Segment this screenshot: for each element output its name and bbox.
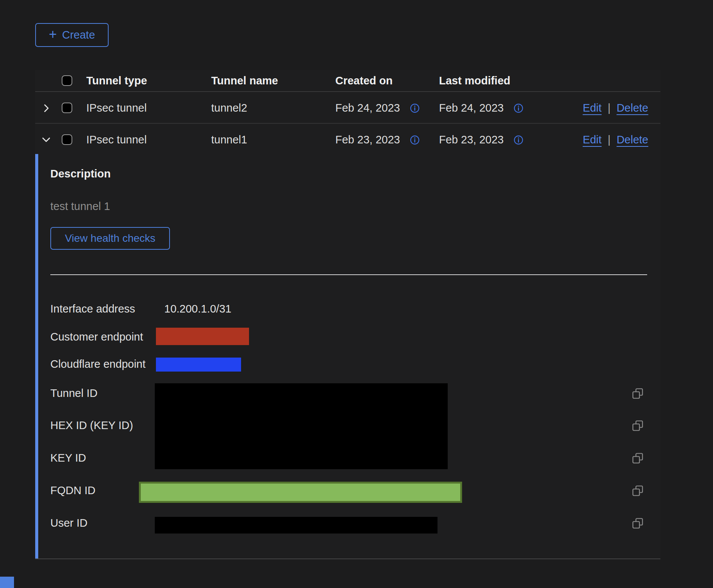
chevron-right-icon[interactable] [40,103,52,114]
info-icon[interactable] [514,135,523,145]
fqdn-id-label: FQDN ID [50,484,95,497]
plus-icon: + [49,28,57,41]
fqdn-id-redacted-value [139,482,462,503]
info-icon[interactable] [410,103,420,113]
delete-link[interactable]: Delete [616,102,648,114]
created-on-date: Feb 23, 2023 [335,134,400,146]
tunnel-name-cell: tunnel1 [211,134,247,146]
edit-link[interactable]: Edit [583,102,602,114]
section-divider [50,274,647,275]
info-icon[interactable] [514,103,523,113]
table-header-row: Tunnel type Tunnel name Created on Last … [35,70,660,92]
table-row: IPsec tunnel tunnel1 Feb 23, 2023 Feb 23… [35,124,660,156]
tunnel-type-cell: IPsec tunnel [86,102,147,114]
last-modified-date: Feb 24, 2023 [439,102,504,114]
interface-address-value: 10.200.1.0/31 [164,303,231,315]
view-health-checks-button[interactable]: View health checks [50,227,170,250]
key-id-label: KEY ID [50,452,86,464]
action-separator: | [608,134,611,146]
copy-icon[interactable] [632,452,644,464]
row-actions: Edit | Delete [583,102,648,114]
created-on-cell: Feb 24, 2023 [335,102,420,114]
view-health-checks-label: View health checks [65,232,155,244]
delete-link[interactable]: Delete [616,134,648,146]
tunnels-page: { "page": { "background": "#1c1c1d", "ac… [0,0,713,588]
customer-endpoint-label: Customer endpoint [50,331,143,343]
last-modified-cell: Feb 24, 2023 [439,102,523,114]
header-last-modified: Last modified [439,75,511,87]
tunnel-id-label: Tunnel ID [50,387,98,400]
info-icon[interactable] [410,135,420,145]
copy-icon[interactable] [632,387,644,400]
chevron-down-icon[interactable] [40,134,52,146]
header-tunnel-type: Tunnel type [86,75,147,87]
tunnel-name-cell: tunnel2 [211,102,247,114]
description-label: Description [50,168,111,180]
row-checkbox[interactable] [62,134,72,145]
user-id-label: User ID [50,517,87,529]
copy-icon[interactable] [632,420,644,432]
copy-icon[interactable] [632,517,644,529]
copy-icon[interactable] [632,485,644,497]
row-actions: Edit | Delete [583,134,648,146]
header-tunnel-name: Tunnel name [211,75,278,87]
cloudflare-endpoint-redacted-value [156,358,241,372]
expanded-row-accent-bar [35,154,38,558]
tunnel-type-cell: IPsec tunnel [86,134,147,146]
last-modified-cell: Feb 23, 2023 [439,134,523,146]
create-button-label: Create [62,29,95,41]
row-checkbox[interactable] [62,103,72,113]
header-created-on: Created on [335,75,392,87]
description-value: test tunnel 1 [50,200,110,213]
created-on-cell: Feb 23, 2023 [335,134,420,146]
hex-id-label: HEX ID (KEY ID) [50,419,133,432]
cloudflare-endpoint-label: Cloudflare endpoint [50,358,146,370]
tunnel-detail-panel: Description test tunnel 1 View health ch… [35,154,660,559]
last-modified-date: Feb 23, 2023 [439,134,504,146]
created-on-date: Feb 24, 2023 [335,102,400,114]
create-button[interactable]: + Create [35,23,109,47]
user-id-redacted-value [155,517,437,534]
table-row: IPsec tunnel tunnel2 Feb 24, 2023 Feb 24… [35,93,660,124]
action-separator: | [608,102,611,114]
bottom-left-accent [0,577,14,588]
customer-endpoint-redacted-value [156,328,249,345]
interface-address-label: Interface address [50,303,135,315]
edit-link[interactable]: Edit [583,134,602,146]
ids-redacted-value [155,383,448,469]
select-all-checkbox[interactable] [62,75,72,86]
